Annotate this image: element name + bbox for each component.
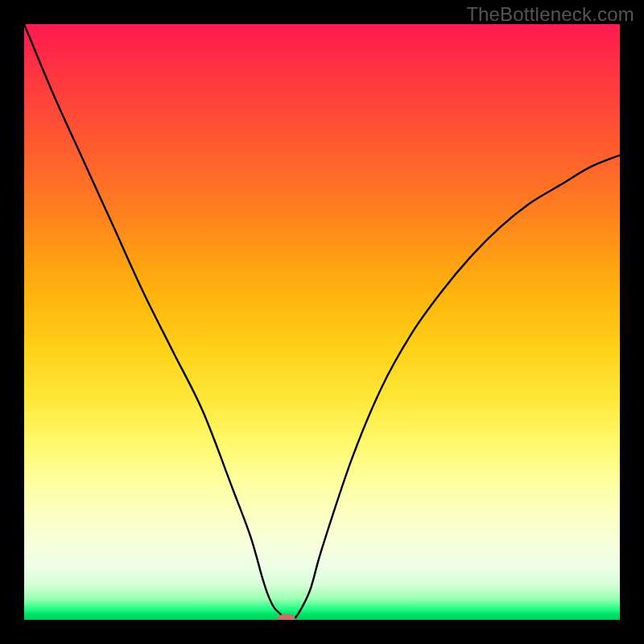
- bottleneck-curve: [24, 24, 620, 620]
- watermark-text: TheBottleneck.com: [466, 3, 634, 26]
- plot-area: [24, 24, 620, 620]
- minimum-marker: [278, 614, 295, 620]
- chart-frame: TheBottleneck.com: [0, 0, 644, 644]
